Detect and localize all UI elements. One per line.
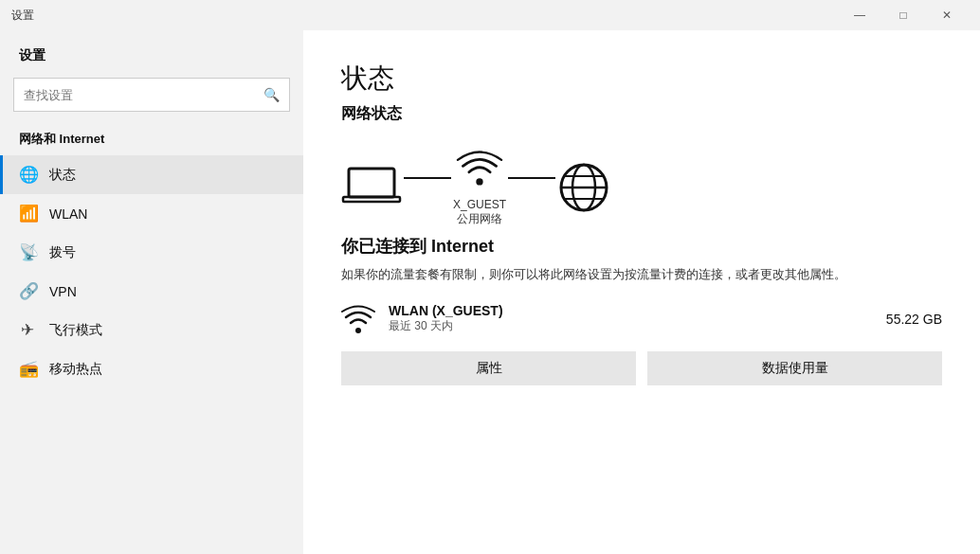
sidebar-item-label: VPN (49, 284, 77, 299)
wifi-icon (455, 147, 504, 192)
section-label: 网络和 Internet (0, 127, 303, 155)
sidebar-item-dial[interactable]: 📡 拨号 (0, 233, 303, 272)
nav-list: 🌐 状态 📶 WLAN 📡 拨号 🔗 VPN ✈ 飞行模式 📻 移动热点 (0, 155, 303, 388)
close-button[interactable]: ✕ (925, 0, 969, 30)
wifi-icon-container: X_GUEST 公用网络 (453, 147, 506, 227)
laptop-icon-container (341, 165, 402, 210)
action-buttons: 属性 数据使用量 (341, 351, 942, 385)
search-input[interactable] (24, 88, 263, 102)
connected-title: 你已连接到 Internet (341, 235, 942, 258)
search-icon: 🔍 (263, 87, 280, 102)
section-title: 网络状态 (341, 104, 942, 124)
vpn-icon: 🔗 (19, 281, 36, 301)
connected-desc: 如果你的流量套餐有限制，则你可以将此网络设置为按流量计费的连接，或者更改其他属性… (341, 265, 872, 285)
sidebar-item-label: WLAN (49, 206, 87, 222)
sidebar-item-airplane[interactable]: ✈ 飞行模式 (0, 311, 303, 349)
laptop-icon (341, 165, 402, 210)
sidebar: 设置 🔍 网络和 Internet 🌐 状态 📶 WLAN 📡 拨号 🔗 VPN… (0, 30, 303, 554)
status-icon: 🌐 (19, 165, 36, 185)
sidebar-item-wlan[interactable]: 📶 WLAN (0, 194, 303, 233)
titlebar-title: 设置 (11, 8, 34, 24)
line-2 (508, 177, 555, 179)
sidebar-item-vpn[interactable]: 🔗 VPN (0, 272, 303, 311)
network-period: 最近 30 天内 (389, 318, 873, 334)
sidebar-item-label: 移动热点 (49, 361, 102, 378)
content-area: 状态 网络状态 X_GUEST (303, 30, 980, 554)
maximize-button[interactable]: □ (881, 0, 925, 30)
network-diagram: X_GUEST 公用网络 (341, 147, 942, 227)
network-info: WLAN (X_GUEST) 最近 30 天内 (389, 303, 873, 334)
airplane-icon: ✈ (19, 320, 36, 340)
svg-rect-1 (343, 197, 400, 202)
properties-button[interactable]: 属性 (341, 351, 636, 385)
sidebar-item-hotspot[interactable]: 📻 移动热点 (0, 349, 303, 388)
svg-point-8 (355, 328, 361, 333)
network-name: WLAN (X_GUEST) (389, 303, 873, 318)
dial-icon: 📡 (19, 242, 36, 262)
search-box[interactable]: 🔍 (13, 78, 290, 112)
minimize-button[interactable]: — (838, 0, 881, 30)
hotspot-icon: 📻 (19, 359, 36, 379)
data-usage-button[interactable]: 数据使用量 (647, 351, 942, 385)
globe-icon-container (557, 161, 610, 214)
globe-icon (557, 161, 610, 214)
page-title: 状态 (341, 61, 942, 97)
sidebar-item-label: 飞行模式 (49, 322, 102, 339)
network-wifi-icon (341, 302, 375, 336)
sidebar-header: 设置 (0, 38, 303, 78)
titlebar: 设置 — □ ✕ (0, 0, 980, 30)
svg-point-2 (476, 178, 482, 185)
main-layout: 设置 🔍 网络和 Internet 🌐 状态 📶 WLAN 📡 拨号 🔗 VPN… (0, 30, 980, 554)
sidebar-item-label: 拨号 (49, 244, 76, 261)
wlan-icon: 📶 (19, 204, 36, 223)
sidebar-item-label: 状态 (49, 167, 76, 184)
sidebar-item-status[interactable]: 🌐 状态 (0, 155, 303, 194)
line-1 (404, 177, 451, 179)
svg-rect-0 (349, 169, 394, 197)
network-row: WLAN (X_GUEST) 最近 30 天内 55.22 GB (341, 302, 942, 336)
network-usage: 55.22 GB (886, 312, 942, 327)
wifi-name: X_GUEST 公用网络 (453, 198, 506, 227)
window-controls: — □ ✕ (838, 0, 969, 30)
